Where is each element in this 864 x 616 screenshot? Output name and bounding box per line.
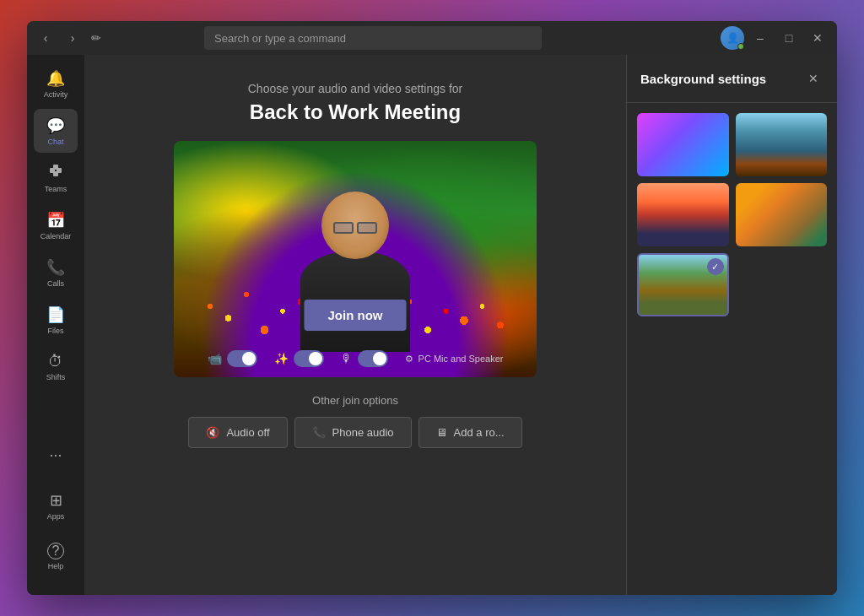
search-placeholder: Search or type a command bbox=[214, 32, 346, 45]
shifts-icon: ⏱ bbox=[48, 353, 63, 370]
join-options-section: Other join options 🔇 Audio off 📞 Phone a… bbox=[84, 394, 626, 448]
sidebar-bottom: ··· ⊞ Apps ? Help bbox=[34, 433, 78, 581]
meeting-header: Choose your audio and video settings for… bbox=[248, 82, 463, 124]
phone-audio-icon: 📞 bbox=[312, 426, 326, 439]
mic-icon: 🎙 bbox=[341, 352, 353, 365]
sidebar-item-calendar-label: Calendar bbox=[40, 232, 72, 240]
mic-toggle[interactable] bbox=[358, 350, 388, 367]
title-bar-right: 👤 – □ ✕ bbox=[721, 26, 830, 50]
video-controls: 📹 ✨ 🎙 ⚙ PC Mic and Speaker bbox=[174, 350, 537, 367]
join-option-buttons: 🔇 Audio off 📞 Phone audio 🖥 Add a ro... bbox=[84, 417, 626, 448]
effects-icon: ✨ bbox=[274, 352, 289, 365]
sidebar-item-calls[interactable]: 📞 Calls bbox=[34, 251, 78, 294]
audio-off-label: Audio off bbox=[226, 426, 269, 439]
sidebar-item-shifts[interactable]: ⏱ Shifts bbox=[34, 345, 78, 389]
person-head bbox=[321, 192, 389, 259]
selected-check-icon: ✓ bbox=[707, 258, 724, 275]
forward-button[interactable]: › bbox=[61, 26, 84, 50]
sidebar-item-teams-label: Teams bbox=[45, 185, 68, 193]
speaker-gear-icon: ⚙ bbox=[405, 354, 413, 365]
maximize-button[interactable]: □ bbox=[776, 26, 802, 50]
video-preview: Join now 📹 ✨ 🎙 bbox=[174, 141, 537, 377]
sidebar-item-chat[interactable]: 💬 Chat bbox=[34, 109, 78, 153]
bg-thumbnail-1[interactable] bbox=[736, 113, 828, 176]
sidebar-item-more[interactable]: ··· bbox=[34, 433, 78, 477]
calendar-icon: 📅 bbox=[46, 211, 65, 230]
meeting-title: Back to Work Meeting bbox=[248, 100, 463, 124]
background-settings-panel: Background settings ✕ ✓ bbox=[626, 55, 837, 595]
camera-icon: 📹 bbox=[208, 352, 222, 365]
content-area: Choose your audio and video settings for… bbox=[84, 55, 626, 595]
bg-settings-title: Background settings bbox=[640, 72, 766, 86]
bg-thumbnail-4[interactable]: ✓ bbox=[637, 253, 729, 316]
back-button[interactable]: ‹ bbox=[34, 26, 57, 50]
close-button[interactable]: ✕ bbox=[805, 26, 830, 50]
join-now-button[interactable]: Join now bbox=[305, 300, 407, 331]
sidebar-item-help-label: Help bbox=[48, 562, 64, 570]
apps-icon: ⊞ bbox=[50, 491, 62, 510]
calls-icon: 📞 bbox=[46, 258, 65, 277]
bg-thumbnails-grid: ✓ bbox=[627, 103, 837, 327]
sidebar-item-teams[interactable]: Teams bbox=[34, 156, 78, 200]
add-room-label: Add a ro... bbox=[454, 426, 505, 439]
bg-thumbnail-3[interactable] bbox=[736, 183, 828, 246]
sidebar-item-apps-label: Apps bbox=[47, 512, 65, 521]
nav-buttons: ‹ › bbox=[34, 26, 84, 50]
bg-thumbnail-2[interactable] bbox=[637, 183, 729, 246]
effects-control: ✨ bbox=[274, 350, 324, 367]
effects-toggle[interactable] bbox=[294, 350, 324, 367]
teams-icon bbox=[48, 163, 63, 182]
audio-off-icon: 🔇 bbox=[206, 426, 219, 439]
compose-button[interactable]: ✏ bbox=[84, 26, 108, 50]
bg-thumbnail-0[interactable] bbox=[637, 113, 729, 176]
join-options-title: Other join options bbox=[84, 394, 626, 407]
sidebar-item-files-label: Files bbox=[47, 327, 63, 335]
files-icon: 📄 bbox=[46, 305, 65, 324]
camera-toggle[interactable] bbox=[227, 350, 257, 367]
chat-icon: 💬 bbox=[46, 116, 65, 135]
app-window: ‹ › ✏ Search or type a command 👤 – □ ✕ 🔔… bbox=[27, 21, 837, 595]
phone-audio-label: Phone audio bbox=[332, 426, 394, 439]
help-icon: ? bbox=[47, 543, 64, 559]
title-bar: ‹ › ✏ Search or type a command 👤 – □ ✕ bbox=[27, 21, 837, 55]
camera-control: 📹 bbox=[208, 350, 257, 367]
user-status-badge bbox=[737, 43, 744, 50]
speaker-label: PC Mic and Speaker bbox=[418, 354, 504, 364]
sidebar-item-help[interactable]: ? Help bbox=[34, 534, 78, 578]
add-room-button[interactable]: 🖥 Add a ro... bbox=[418, 417, 522, 448]
sidebar-item-apps[interactable]: ⊞ Apps bbox=[34, 484, 78, 527]
bg-settings-header: Background settings ✕ bbox=[627, 55, 837, 103]
sidebar-item-calls-label: Calls bbox=[47, 279, 64, 288]
sidebar: 🔔 Activity 💬 Chat Teams bbox=[27, 55, 84, 595]
mic-control: 🎙 bbox=[341, 350, 388, 367]
meeting-subtitle: Choose your audio and video settings for bbox=[248, 82, 463, 95]
main-content: 🔔 Activity 💬 Chat Teams bbox=[27, 55, 837, 595]
activity-icon: 🔔 bbox=[46, 69, 65, 88]
phone-audio-button[interactable]: 📞 Phone audio bbox=[294, 417, 412, 448]
audio-off-button[interactable]: 🔇 Audio off bbox=[188, 417, 287, 448]
svg-rect-2 bbox=[53, 165, 58, 170]
sidebar-item-chat-label: Chat bbox=[47, 138, 63, 146]
close-bg-settings-button[interactable]: ✕ bbox=[803, 68, 824, 89]
sidebar-item-calendar[interactable]: 📅 Calendar bbox=[34, 203, 78, 247]
sidebar-item-shifts-label: Shifts bbox=[46, 373, 66, 381]
more-icon: ··· bbox=[49, 446, 62, 464]
minimize-button[interactable]: – bbox=[748, 26, 773, 50]
speaker-info[interactable]: ⚙ PC Mic and Speaker bbox=[405, 354, 504, 365]
add-room-icon: 🖥 bbox=[436, 426, 447, 439]
svg-rect-3 bbox=[53, 171, 58, 176]
sidebar-item-files[interactable]: 📄 Files bbox=[34, 298, 78, 342]
sidebar-item-activity[interactable]: 🔔 Activity bbox=[34, 62, 78, 105]
search-bar[interactable]: Search or type a command bbox=[204, 26, 542, 50]
sidebar-item-activity-label: Activity bbox=[44, 90, 68, 99]
avatar[interactable]: 👤 bbox=[721, 26, 744, 50]
